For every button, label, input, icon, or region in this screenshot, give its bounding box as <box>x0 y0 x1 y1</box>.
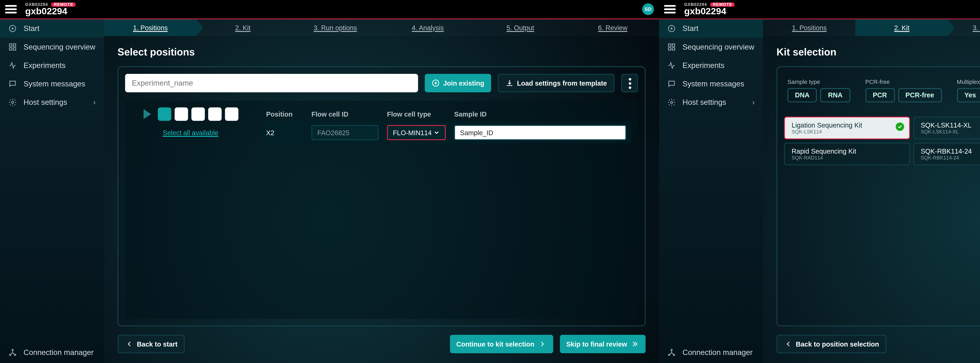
header: GXB02294 REMOTE gxb02294 SD <box>0 0 659 18</box>
activity-icon <box>8 61 17 70</box>
experiment-name-input[interactable] <box>125 74 418 92</box>
filter-pcrfree[interactable]: PCR-free <box>898 88 942 103</box>
network-icon <box>8 348 17 357</box>
connection-label: Connection manager <box>682 348 752 357</box>
sidebar-item-label: Experiments <box>24 61 65 70</box>
play-icon <box>143 109 151 119</box>
sidebar-item-host-settings[interactable]: Host settings › <box>659 93 763 111</box>
grid-header: Position Flow cell ID Flow cell type Sam… <box>261 107 631 122</box>
step-review[interactable]: 6. Review <box>566 19 659 36</box>
svg-rect-13 <box>668 48 671 50</box>
sidebar-item-host-settings[interactable]: Host settings › <box>0 93 104 111</box>
step-positions[interactable]: 1. Positions <box>104 19 197 36</box>
col-flow-cell-type: Flow cell type <box>387 111 446 118</box>
brand: GXB02294 REMOTE gxb02294 <box>684 3 735 16</box>
grid-icon <box>667 43 676 51</box>
sample-id-input[interactable]: Sample_ID <box>454 125 626 140</box>
activity-icon <box>667 61 676 70</box>
skip-button[interactable]: Skip to final review <box>560 335 646 353</box>
chevron-left-icon <box>125 340 134 348</box>
step-positions[interactable]: 1. Positions <box>763 19 856 36</box>
col-sample-id: Sample ID <box>454 111 626 118</box>
filter-dna[interactable]: DNA <box>788 88 817 103</box>
sidebar-item-start[interactable]: Start <box>0 19 104 38</box>
step-run-options[interactable]: 3. Run options <box>289 19 382 36</box>
back-button[interactable]: Back to start <box>118 335 185 353</box>
svg-rect-3 <box>10 48 12 50</box>
more-menu-button[interactable] <box>621 74 638 92</box>
join-existing-button[interactable]: Join existing <box>425 74 491 92</box>
sidebar-item-label: System messages <box>24 80 85 88</box>
menu-icon[interactable] <box>5 5 17 14</box>
kit-card[interactable]: SQK-LSK114-XL SQK-LSK114-XL <box>913 117 980 139</box>
sidebar-item-experiments[interactable]: Experiments <box>0 56 104 75</box>
col-flow-cell-id: Flow cell ID <box>312 111 379 118</box>
sidebar-item-label: System messages <box>682 80 744 88</box>
select-all-link[interactable]: Select all available <box>163 129 218 137</box>
filter-multi-yes[interactable]: Yes <box>957 88 980 103</box>
filter-rna[interactable]: RNA <box>821 88 850 103</box>
step-kit[interactable]: 2. Kit <box>856 19 948 36</box>
sidebar-item-start[interactable]: Start <box>659 19 763 38</box>
avatar[interactable]: SD <box>642 3 654 15</box>
host-name: gxb02294 <box>684 7 735 16</box>
grid-row: X2 FAO26825 FLO-MIN114 Sample_ID <box>261 122 631 143</box>
svg-point-15 <box>670 101 673 103</box>
flow-cell-type-select[interactable]: FLO-MIN114 <box>387 125 446 140</box>
screen-positions: GXB02294 REMOTE gxb02294 SD Start Sequen… <box>0 0 659 363</box>
kit-card[interactable]: SQK-RBK114-24 SQK-RBK114-24 <box>913 143 980 165</box>
svg-rect-14 <box>672 48 675 50</box>
cell-position: X2 <box>266 129 303 136</box>
step-kit[interactable]: 2. Kit <box>197 19 289 36</box>
chevron-down-icon <box>433 129 440 136</box>
sidebar: Start Sequencing overview Experiments Sy… <box>659 19 763 363</box>
slot-4[interactable] <box>208 107 221 121</box>
chevron-right-icon: › <box>752 98 755 106</box>
page-title: Kit selection <box>776 46 980 58</box>
step-analysis[interactable]: 4. Analysis <box>382 19 474 36</box>
svg-point-16 <box>671 349 672 351</box>
kit-panel: Sample type DNA RNA PCR-free PCR PCR-fre… <box>776 66 980 327</box>
step-output[interactable]: 5. Output <box>474 19 566 36</box>
network-icon <box>667 348 676 357</box>
svg-point-5 <box>11 101 14 103</box>
connection-manager[interactable]: Connection manager <box>0 341 104 363</box>
sidebar-item-label: Sequencing overview <box>24 43 95 51</box>
svg-rect-12 <box>672 44 675 46</box>
sidebar-item-messages[interactable]: System messages <box>0 75 104 93</box>
kit-card[interactable]: Rapid Sequencing Kit SQK-RAD114 <box>784 143 910 165</box>
stepper: 1. Positions 2. Kit 3. Run options 4. An… <box>104 19 659 36</box>
kebab-icon <box>628 78 631 89</box>
chevron-left-icon <box>784 340 792 348</box>
sidebar-item-sequencing[interactable]: Sequencing overview <box>659 38 763 56</box>
flow-cell-id-input[interactable]: FAO26825 <box>312 125 379 140</box>
download-icon <box>505 79 514 87</box>
sidebar-item-experiments[interactable]: Experiments <box>659 56 763 75</box>
connection-manager[interactable]: Connection manager <box>659 341 763 363</box>
col-position: Position <box>266 111 303 118</box>
chevron-right-icon <box>538 340 546 348</box>
load-template-button[interactable]: Load settings from template <box>498 74 614 92</box>
filter-pcr[interactable]: PCR <box>865 88 894 103</box>
connection-label: Connection manager <box>24 348 94 357</box>
filter-pcr-free: PCR-free PCR PCR-free <box>865 79 942 103</box>
slot-2[interactable] <box>174 107 188 121</box>
kit-card[interactable]: Ligation Sequencing Kit SQK-LSK114 <box>784 117 910 139</box>
sidebar-item-messages[interactable]: System messages <box>659 75 763 93</box>
check-icon <box>896 122 904 131</box>
back-button[interactable]: Back to position selection <box>776 335 887 353</box>
sidebar-item-label: Start <box>24 24 40 33</box>
slot-3[interactable] <box>191 107 204 121</box>
continue-button[interactable]: Continue to kit selection <box>450 335 553 353</box>
stepper: 1. Positions 2. Kit 3. Run options 4. An… <box>763 19 980 36</box>
chevron-right-icon: › <box>93 98 95 106</box>
positions-panel: Join existing Load settings from templat… <box>118 66 646 327</box>
menu-icon[interactable] <box>664 5 676 14</box>
slot-5[interactable] <box>224 107 238 121</box>
double-chevron-right-icon <box>630 340 639 348</box>
slot-1[interactable] <box>158 107 171 121</box>
sidebar-item-sequencing[interactable]: Sequencing overview <box>0 38 104 56</box>
sidebar-item-label: Experiments <box>682 61 724 70</box>
filter-sample-type: Sample type DNA RNA <box>788 79 850 103</box>
page-title: Select positions <box>118 46 646 58</box>
